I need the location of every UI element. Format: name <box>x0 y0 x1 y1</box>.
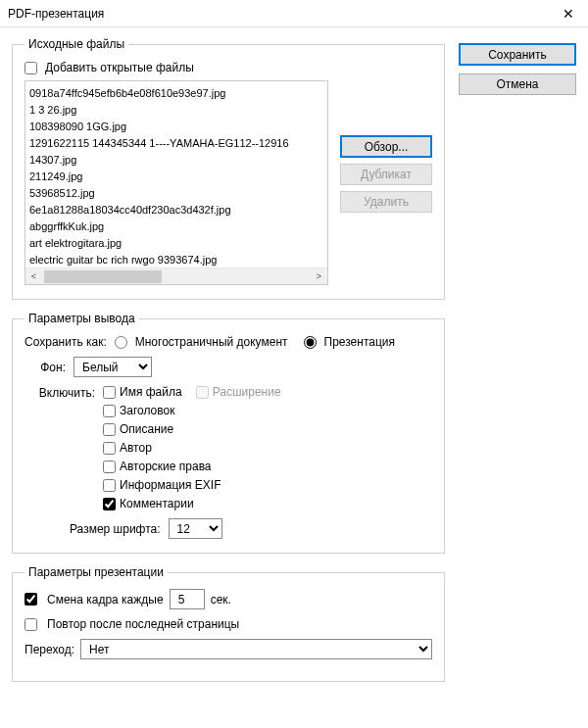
saveas-multipage-row[interactable]: Многостраничный документ <box>115 335 288 349</box>
loop-checkbox[interactable] <box>24 618 37 631</box>
file-list-item[interactable]: art elektrogitara.jpg <box>29 235 325 252</box>
include-title-label: Заголовок <box>120 404 174 417</box>
window-title: PDF-презентация <box>8 7 104 21</box>
output-params-group: Параметры вывода Сохранить как: Многостр… <box>12 312 445 554</box>
add-open-files-label: Добавить открытые файлы <box>45 61 194 74</box>
file-list-item[interactable]: 1291622115 144345344 1----YAMAHA-EG112--… <box>29 135 325 152</box>
include-description-row[interactable]: Описание <box>103 422 281 436</box>
include-exif-label: Информация EXIF <box>120 478 220 492</box>
transition-label: Переход: <box>24 643 74 656</box>
include-author-row[interactable]: Автор <box>103 441 281 455</box>
include-author-checkbox[interactable] <box>103 442 116 455</box>
file-list-item[interactable]: 1 3 26.jpg <box>29 102 325 119</box>
advance-label: Смена кадра каждые <box>47 593 164 607</box>
include-label: Включить: <box>24 385 95 400</box>
include-author-label: Автор <box>120 441 152 455</box>
saveas-multipage-radio[interactable] <box>115 336 127 349</box>
include-filename-row[interactable]: Имя файла <box>103 385 182 399</box>
include-exif-row[interactable]: Информация EXIF <box>103 478 281 492</box>
include-filename-checkbox[interactable] <box>103 386 116 399</box>
file-list[interactable]: 0918a74ffc945efb6b4e08f610e93e97.jpg1 3 … <box>25 81 327 267</box>
include-comments-checkbox[interactable] <box>103 498 116 510</box>
scroll-right-icon[interactable]: > <box>311 268 327 285</box>
presentation-params-group: Параметры презентации Смена кадра каждые… <box>12 565 445 682</box>
saveas-presentation-radio[interactable] <box>304 336 317 349</box>
scroll-thumb[interactable] <box>44 270 162 283</box>
browse-button[interactable]: Обзор... <box>340 135 432 158</box>
source-files-legend: Исходные файлы <box>24 37 128 51</box>
advance-seconds-input[interactable] <box>170 589 205 609</box>
saveas-multipage-label: Многостраничный документ <box>135 335 288 349</box>
include-extension-checkbox <box>196 386 209 399</box>
include-comments-label: Комментарии <box>120 497 194 510</box>
add-open-files-row[interactable]: Добавить открытые файлы <box>24 61 432 74</box>
background-label: Фон: <box>24 361 66 374</box>
loop-label: Повтор после последней страницы <box>47 617 239 631</box>
file-list-item[interactable]: 6e1a81288a18034cc40df230ac3d432f.jpg <box>29 202 325 218</box>
advance-checkbox[interactable] <box>24 593 37 606</box>
file-list-item[interactable]: 53968512.jpg <box>29 185 325 202</box>
file-list-item[interactable]: electric guitar bc rich rwgo 9393674.jpg <box>29 252 325 267</box>
fontsize-select[interactable]: 12 <box>169 518 222 539</box>
file-list-item[interactable]: 211249.jpg <box>29 169 325 185</box>
file-list-item[interactable]: 108398090 1GG.jpg <box>29 119 325 135</box>
include-filename-label: Имя файла <box>120 385 182 399</box>
file-list-item[interactable]: 14307.jpg <box>29 152 325 169</box>
saveas-presentation-label: Презентация <box>324 335 396 349</box>
source-files-group: Исходные файлы Добавить открытые файлы 0… <box>12 37 445 300</box>
fontsize-label: Размер шрифта: <box>70 522 161 536</box>
include-exif-checkbox[interactable] <box>103 479 116 492</box>
background-select[interactable]: Белый <box>74 357 152 377</box>
file-list-hscrollbar[interactable]: < > <box>25 267 327 284</box>
presentation-params-legend: Параметры презентации <box>24 565 168 579</box>
include-description-checkbox[interactable] <box>103 423 116 436</box>
save-as-label: Сохранить как: <box>24 335 107 349</box>
include-comments-row[interactable]: Комментарии <box>103 497 281 510</box>
include-description-label: Описание <box>120 422 173 436</box>
file-list-container: 0918a74ffc945efb6b4e08f610e93e97.jpg1 3 … <box>24 80 328 285</box>
include-copyright-label: Авторские права <box>120 460 212 473</box>
transition-select[interactable]: Нет <box>80 639 432 659</box>
include-copyright-checkbox[interactable] <box>103 461 116 473</box>
add-open-files-checkbox[interactable] <box>24 62 37 74</box>
cancel-button[interactable]: Отмена <box>459 73 576 95</box>
saveas-presentation-row[interactable]: Презентация <box>304 335 396 349</box>
output-params-legend: Параметры вывода <box>24 312 139 325</box>
save-button[interactable]: Сохранить <box>459 43 576 66</box>
file-list-item[interactable]: abggrffkKuk.jpg <box>29 218 325 235</box>
include-extension-row: Расширение <box>196 385 281 399</box>
include-copyright-row[interactable]: Авторские права <box>103 460 281 473</box>
duplicate-button[interactable]: Дубликат <box>340 164 432 185</box>
close-button[interactable]: ✕ <box>549 0 588 27</box>
include-extension-label: Расширение <box>213 385 281 399</box>
file-list-item[interactable]: 0918a74ffc945efb6b4e08f610e93e97.jpg <box>29 85 325 102</box>
include-title-checkbox[interactable] <box>103 405 116 417</box>
scroll-left-icon[interactable]: < <box>25 268 42 285</box>
advance-unit-label: сек. <box>211 593 231 607</box>
include-title-row[interactable]: Заголовок <box>103 404 281 417</box>
delete-button[interactable]: Удалить <box>340 191 432 213</box>
